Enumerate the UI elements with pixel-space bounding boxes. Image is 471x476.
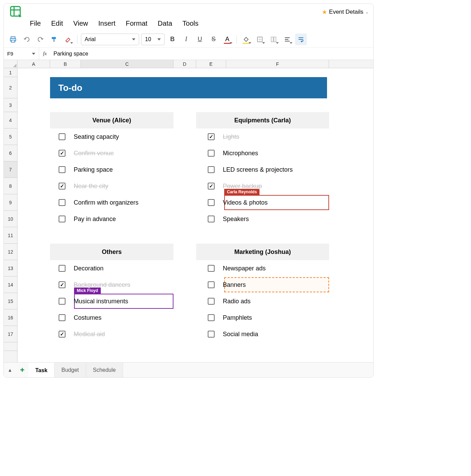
col-header-A[interactable]: A <box>17 60 50 68</box>
task-item: Confirm with organizers <box>59 194 189 211</box>
fill-color-icon[interactable] <box>240 34 252 45</box>
document-title[interactable]: ★ Event Details ⌄ <box>322 9 369 16</box>
checkbox[interactable] <box>208 216 215 222</box>
row-header-blank[interactable] <box>4 342 17 351</box>
checkbox[interactable] <box>208 331 215 338</box>
menu-tools[interactable]: Tools <box>182 20 198 27</box>
task-label: Decoration <box>74 265 104 272</box>
formula-input[interactable]: Parking space <box>51 51 373 57</box>
font-size-select[interactable]: 10 <box>141 34 165 45</box>
checkbox[interactable] <box>59 166 65 173</box>
checkbox[interactable] <box>59 150 65 157</box>
menu-insert[interactable]: Insert <box>98 20 116 27</box>
col-header-B[interactable]: B <box>50 60 81 68</box>
svg-rect-11 <box>271 37 273 42</box>
row-header-11[interactable]: 11 <box>4 227 17 244</box>
task-label: Parking space <box>74 166 113 173</box>
row-header-10[interactable]: 10 <box>4 211 17 227</box>
row-header-12[interactable]: 12 <box>4 244 17 260</box>
row-header-2[interactable]: 2 <box>4 77 17 98</box>
merge-icon[interactable] <box>268 34 279 45</box>
task-label: Newspaper ads <box>223 265 266 272</box>
row-header-4[interactable]: 4 <box>4 112 17 129</box>
align-icon[interactable] <box>281 34 293 45</box>
checkbox[interactable] <box>208 298 215 305</box>
row-header-3[interactable]: 3 <box>4 98 17 112</box>
checkbox[interactable] <box>208 150 215 157</box>
row-header-7[interactable]: 7 <box>4 161 17 178</box>
format-painter-icon[interactable] <box>48 34 60 45</box>
checkbox[interactable] <box>59 183 65 190</box>
task-label: Social media <box>223 331 258 338</box>
task-label: Videos & photos <box>223 199 268 206</box>
strikethrough-icon[interactable]: S <box>208 34 219 45</box>
task-item: Decoration <box>59 260 189 277</box>
task-item: Confirm venue <box>59 145 189 161</box>
spreadsheet-grid[interactable]: A B C D E F 1 2 3 4 5 6 7 8 9 10 11 12 1… <box>4 60 373 362</box>
checkbox[interactable] <box>208 314 215 321</box>
task-item: Speakers <box>208 211 338 227</box>
checkbox[interactable] <box>208 199 215 206</box>
italic-icon[interactable]: I <box>180 34 192 45</box>
sheet-tab-task[interactable]: Task <box>28 363 55 378</box>
col-header-D[interactable]: D <box>173 60 196 68</box>
row-header-17[interactable]: 17 <box>4 326 17 342</box>
col-header-C[interactable]: C <box>81 60 173 68</box>
row-header-13[interactable]: 13 <box>4 260 17 277</box>
sheet-tab-budget[interactable]: Budget <box>55 363 86 378</box>
fx-icon[interactable]: fx <box>39 51 51 57</box>
checkbox[interactable] <box>208 133 215 140</box>
select-all-corner[interactable] <box>4 60 17 68</box>
checkbox[interactable] <box>208 183 215 190</box>
row-header-14[interactable]: 14 <box>4 277 17 293</box>
wrap-text-icon[interactable] <box>295 34 307 45</box>
sheet-tab-schedule[interactable]: Schedule <box>86 363 123 378</box>
row-header-1[interactable]: 1 <box>4 68 17 77</box>
col-header-E[interactable]: E <box>196 60 226 68</box>
undo-icon[interactable] <box>21 34 33 45</box>
checkbox[interactable] <box>59 314 65 321</box>
star-icon[interactable]: ★ <box>322 9 327 16</box>
row-header-16[interactable]: 16 <box>4 309 17 326</box>
checkbox[interactable] <box>59 133 65 140</box>
menu-file[interactable]: File <box>30 20 41 27</box>
eraser-icon[interactable] <box>62 34 74 45</box>
row-header-6[interactable]: 6 <box>4 145 17 161</box>
section-others-header: Others <box>50 244 173 260</box>
row-header-8[interactable]: 8 <box>4 178 17 194</box>
checkbox[interactable] <box>208 281 215 288</box>
task-label: Confirm with organizers <box>74 199 138 206</box>
font-family-select[interactable]: Arial <box>81 34 139 45</box>
name-box[interactable]: F9 <box>4 48 39 60</box>
bold-icon[interactable]: B <box>167 34 178 45</box>
checkbox[interactable] <box>59 298 65 305</box>
checkbox[interactable] <box>59 216 65 222</box>
row-header-9[interactable]: 9 <box>4 194 17 211</box>
checkbox[interactable] <box>59 199 65 206</box>
task-label: Medical aid <box>74 331 105 338</box>
checkbox[interactable] <box>208 265 215 272</box>
borders-icon[interactable] <box>254 34 266 45</box>
menu-view[interactable]: View <box>73 20 88 27</box>
row-header-5[interactable]: 5 <box>4 129 17 145</box>
checkbox[interactable] <box>59 281 65 288</box>
document-title-text: Event Details <box>329 9 363 15</box>
print-icon[interactable] <box>7 34 19 45</box>
underline-icon[interactable]: U <box>194 34 206 45</box>
font-color-icon[interactable]: A <box>221 34 233 45</box>
menu-format[interactable]: Format <box>126 20 147 27</box>
menu-edit[interactable]: Edit <box>51 20 63 27</box>
menu-data[interactable]: Data <box>158 20 172 27</box>
row-header-15[interactable]: 15 <box>4 293 17 309</box>
checkbox[interactable] <box>59 331 65 338</box>
redo-icon[interactable] <box>35 34 46 45</box>
task-item: Background dancers <box>59 277 189 293</box>
task-item: Musical instruments <box>59 293 189 309</box>
checkbox[interactable] <box>59 265 65 272</box>
checkbox[interactable] <box>208 166 215 173</box>
sheets-menu-icon[interactable]: ▴ <box>4 363 16 378</box>
svg-rect-6 <box>52 37 56 39</box>
task-label: Confirm venue <box>74 150 114 157</box>
col-header-F[interactable]: F <box>226 60 329 68</box>
add-sheet-icon[interactable]: + <box>16 363 28 378</box>
